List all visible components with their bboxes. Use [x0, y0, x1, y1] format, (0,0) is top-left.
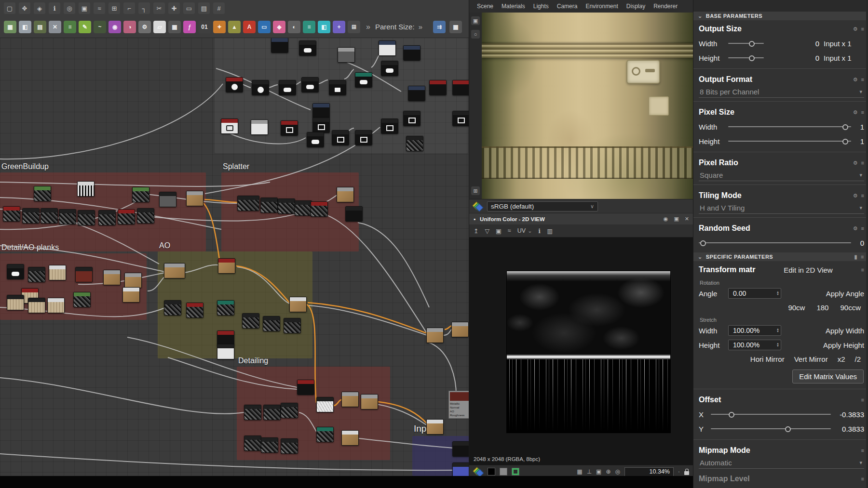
tiling-mode-select[interactable]: H and V Tiling ▾: [699, 203, 864, 214]
cut-wire-icon[interactable]: ✂: [153, 2, 165, 14]
crosshair-icon[interactable]: ⊕: [606, 468, 610, 475]
graph-node[interactable]: [451, 322, 469, 337]
offset-y-value[interactable]: 0.3833: [835, 425, 864, 433]
reroute-icon[interactable]: ⌐: [123, 2, 135, 14]
elbow-link-icon[interactable]: ┐: [138, 2, 150, 14]
graph-node[interactable]: [41, 208, 58, 224]
graph-node[interactable]: [28, 298, 45, 313]
spinner-icon[interactable]: ▲▼: [776, 343, 779, 347]
base-parameters-header[interactable]: ⌄ BASE PARAMETERS: [693, 12, 868, 20]
menu-environment[interactable]: Environment: [585, 3, 618, 10]
rotate-90cw-button[interactable]: 90cw: [788, 303, 805, 312]
spinner-icon[interactable]: ▲▼: [776, 328, 779, 333]
output-format-select[interactable]: 8 Bits per Channel ▾: [699, 87, 864, 98]
specific-parameters-header[interactable]: ⌄ SPECIFIC PARAMETERS ▮≡: [693, 252, 868, 261]
graph-node[interactable]: [452, 80, 469, 95]
options-icon[interactable]: ≡: [861, 26, 864, 32]
link-icon[interactable]: ≈: [508, 227, 511, 234]
gear-node-icon[interactable]: ⚙: [138, 21, 151, 33]
graph-node[interactable]: [361, 394, 378, 409]
options-icon[interactable]: ≡: [861, 225, 864, 231]
menu-lights[interactable]: Lights: [533, 3, 549, 10]
edit-in-2d-view-button[interactable]: Edit in 2D View: [784, 266, 832, 274]
svg-node-icon[interactable]: ◧: [19, 21, 31, 33]
graph-node[interactable]: [28, 267, 45, 282]
options-icon[interactable]: ≡: [861, 448, 864, 453]
graph-node[interactable]: [311, 201, 328, 217]
background-swatch-custom[interactable]: [512, 468, 519, 475]
bitmap-node-icon[interactable]: ▦: [4, 21, 16, 33]
graph-node[interactable]: [217, 300, 234, 316]
output-width-slider[interactable]: [728, 43, 764, 44]
pin-icon[interactable]: ◉: [664, 216, 668, 222]
mipmap-mode-select[interactable]: Automatic ▾: [699, 458, 864, 469]
close-icon[interactable]: ✕: [685, 216, 689, 222]
graph-node[interactable]: [7, 264, 24, 279]
graph-node[interactable]: [226, 77, 243, 92]
angle-input[interactable]: 0.00 ▲▼: [728, 288, 781, 299]
graph-node[interactable]: [164, 300, 181, 316]
hsl-node-icon[interactable]: ◉: [108, 21, 121, 33]
layers-icon[interactable]: [474, 468, 483, 475]
graph-node[interactable]: [281, 403, 298, 418]
graph-node[interactable]: [244, 405, 261, 420]
edit-matrix-values-button[interactable]: Edit Matrix Values: [792, 369, 864, 383]
output-height-slider[interactable]: [728, 57, 764, 58]
graph-node[interactable]: [408, 86, 425, 101]
frame-node-icon[interactable]: ▭: [258, 21, 271, 33]
zoom-icon[interactable]: ◎: [64, 2, 75, 14]
graph-node[interactable]: [75, 267, 93, 282]
image-fit-icon[interactable]: ▣: [596, 468, 601, 475]
graph-node[interactable]: [381, 119, 398, 134]
background-swatch-gray[interactable]: [500, 468, 507, 475]
options-icon[interactable]: ≡: [861, 109, 864, 115]
output-width-mode[interactable]: Input x 1: [824, 40, 864, 48]
div2-button[interactable]: /2: [854, 355, 861, 363]
apply-height-button[interactable]: Apply Height: [823, 341, 864, 349]
float-icon[interactable]: ▣: [674, 216, 678, 222]
graph-node[interactable]: [452, 462, 469, 476]
mini-output-label[interactable]: AO: [450, 409, 469, 413]
graph-node[interactable]: [295, 200, 312, 216]
graph-node[interactable]: [297, 380, 314, 395]
rotate-180-button[interactable]: 180: [816, 303, 828, 312]
rect-select-icon[interactable]: ▢: [4, 2, 15, 14]
spinner-icon[interactable]: ▲▼: [776, 291, 779, 296]
graph-node[interactable]: [403, 111, 420, 126]
graph-node[interactable]: [281, 438, 298, 454]
histogram-icon[interactable]: ▥: [547, 227, 553, 235]
menu-display[interactable]: Display: [626, 3, 645, 10]
graph-node[interactable]: [429, 80, 447, 95]
options-icon[interactable]: ≡: [861, 160, 864, 166]
text-node-icon[interactable]: A: [243, 21, 256, 33]
graph-node[interactable]: [159, 192, 176, 207]
vert-mirror-button[interactable]: Vert Mirror: [794, 355, 828, 363]
teal-node-icon[interactable]: ≡: [303, 21, 315, 33]
3d-viewport[interactable]: ▣ ○ ⊞: [469, 13, 693, 199]
apply-width-button[interactable]: Apply Width: [826, 327, 864, 335]
output-width-value[interactable]: 0: [811, 40, 819, 48]
node-graph[interactable]: GreenBuildupSplatterDetail/AO planksAODe…: [0, 38, 469, 476]
color-picker-icon[interactable]: ◈: [34, 2, 45, 14]
graph-node[interactable]: [271, 38, 288, 53]
fx-map-node-icon[interactable]: ƒ: [183, 21, 196, 33]
graph-node[interactable]: [379, 40, 396, 56]
graph-node[interactable]: [261, 437, 278, 453]
graph-node[interactable]: [7, 295, 24, 310]
grid-icon[interactable]: ▦: [577, 468, 582, 475]
random-seed-value[interactable]: 0: [855, 239, 864, 247]
grid-toggle-icon[interactable]: ▦: [449, 21, 462, 33]
fit-view-icon[interactable]: ▣: [79, 2, 90, 14]
graph-node[interactable]: [186, 191, 203, 206]
expose-icon[interactable]: ⚙: [853, 109, 858, 116]
pan-icon[interactable]: ✥: [19, 2, 30, 14]
menu-materials[interactable]: Materials: [502, 3, 525, 10]
graph-node[interactable]: [316, 397, 334, 412]
info-icon[interactable]: ℹ: [538, 227, 541, 235]
gradient-node-icon[interactable]: ▤: [34, 21, 46, 33]
graph-node[interactable]: [186, 303, 203, 318]
stretch-height-input[interactable]: 100.00% ▲▼: [728, 340, 781, 350]
output-height-mode[interactable]: Input x 1: [824, 54, 864, 62]
graph-node[interactable]: [329, 80, 346, 95]
mini-output-label[interactable]: Roughness: [450, 413, 469, 417]
